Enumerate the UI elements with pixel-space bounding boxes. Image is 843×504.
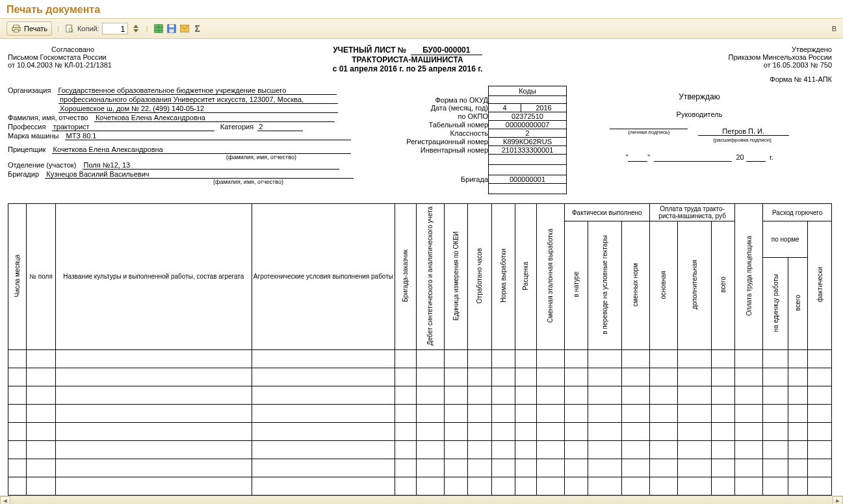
table-cell[interactable]	[536, 477, 564, 495]
table-cell[interactable]	[26, 404, 55, 422]
table-cell[interactable]	[649, 422, 677, 440]
table-cell[interactable]	[444, 440, 468, 459]
table-cell[interactable]	[678, 404, 712, 422]
table-cell[interactable]	[711, 422, 735, 440]
table-cell[interactable]	[26, 349, 55, 368]
table-cell[interactable]	[763, 349, 788, 368]
table-cell[interactable]	[564, 422, 588, 440]
table-cell[interactable]	[26, 386, 55, 404]
table-cell[interactable]	[678, 459, 712, 477]
table-cell[interactable]	[621, 368, 649, 386]
table-cell[interactable]	[763, 368, 788, 386]
table-cell[interactable]	[649, 477, 677, 495]
scroll-left-icon[interactable]: ◄	[0, 496, 10, 504]
table-cell[interactable]	[515, 422, 536, 440]
table-cell[interactable]	[788, 368, 808, 386]
table-cell[interactable]	[735, 459, 763, 477]
table-cell[interactable]	[808, 404, 832, 422]
table-cell[interactable]	[788, 477, 808, 495]
table-cell[interactable]	[808, 477, 832, 495]
table-cell[interactable]	[621, 386, 649, 404]
print-button[interactable]: Печать	[6, 21, 52, 36]
table-cell[interactable]	[564, 440, 588, 459]
table-cell[interactable]	[8, 459, 27, 477]
table-cell[interactable]	[588, 368, 622, 386]
table-cell[interactable]	[56, 386, 252, 404]
spinner-icon[interactable]	[131, 23, 141, 34]
table-cell[interactable]	[491, 349, 515, 368]
table-cell[interactable]	[711, 477, 735, 495]
sigma-icon[interactable]: Σ	[192, 23, 203, 34]
table-cell[interactable]	[711, 349, 735, 368]
table-cell[interactable]	[468, 459, 492, 477]
table-cell[interactable]	[735, 440, 763, 459]
table-cell[interactable]	[711, 386, 735, 404]
table-cell[interactable]	[536, 349, 564, 368]
table-cell[interactable]	[735, 386, 763, 404]
preview-icon[interactable]	[64, 23, 75, 34]
table-cell[interactable]	[252, 349, 395, 368]
table-cell[interactable]	[808, 422, 832, 440]
table-cell[interactable]	[564, 368, 588, 386]
table-cell[interactable]	[252, 422, 395, 440]
table-cell[interactable]	[649, 386, 677, 404]
table-cell[interactable]	[416, 477, 444, 495]
table-cell[interactable]	[763, 477, 788, 495]
table-cell[interactable]	[8, 422, 27, 440]
table-cell[interactable]	[416, 459, 444, 477]
table-cell[interactable]	[491, 368, 515, 386]
table-cell[interactable]	[649, 349, 677, 368]
table-cell[interactable]	[8, 440, 27, 459]
table-cell[interactable]	[56, 368, 252, 386]
table-cell[interactable]	[468, 368, 492, 386]
table-cell[interactable]	[416, 368, 444, 386]
table-cell[interactable]	[252, 440, 395, 459]
table-cell[interactable]	[395, 386, 416, 404]
table-cell[interactable]	[444, 386, 468, 404]
table-cell[interactable]	[808, 386, 832, 404]
table-cell[interactable]	[788, 422, 808, 440]
table-cell[interactable]	[444, 459, 468, 477]
table-cell[interactable]	[621, 349, 649, 368]
table-cell[interactable]	[491, 459, 515, 477]
table-cell[interactable]	[395, 440, 416, 459]
table-cell[interactable]	[763, 404, 788, 422]
table-cell[interactable]	[444, 349, 468, 368]
table-cell[interactable]	[56, 440, 252, 459]
table-cell[interactable]	[26, 477, 55, 495]
table-cell[interactable]	[763, 422, 788, 440]
table-cell[interactable]	[588, 422, 622, 440]
table-cell[interactable]	[395, 459, 416, 477]
table-cell[interactable]	[468, 349, 492, 368]
table-cell[interactable]	[8, 404, 27, 422]
table-cell[interactable]	[416, 349, 444, 368]
table-cell[interactable]	[8, 349, 27, 368]
table-cell[interactable]	[26, 422, 55, 440]
table-cell[interactable]	[416, 440, 444, 459]
table-cell[interactable]	[763, 440, 788, 459]
table-cell[interactable]	[515, 368, 536, 386]
table-cell[interactable]	[395, 349, 416, 368]
table-cell[interactable]	[26, 459, 55, 477]
table-cell[interactable]	[252, 459, 395, 477]
table-cell[interactable]	[395, 404, 416, 422]
table-cell[interactable]	[395, 477, 416, 495]
table-cell[interactable]	[564, 404, 588, 422]
table-cell[interactable]	[735, 404, 763, 422]
table-cell[interactable]	[536, 404, 564, 422]
table-cell[interactable]	[536, 422, 564, 440]
table-cell[interactable]	[678, 477, 712, 495]
table-cell[interactable]	[515, 459, 536, 477]
table-cell[interactable]	[515, 440, 536, 459]
table-cell[interactable]	[649, 459, 677, 477]
table-cell[interactable]	[788, 386, 808, 404]
table-cell[interactable]	[56, 459, 252, 477]
table-cell[interactable]	[588, 477, 622, 495]
table-cell[interactable]	[515, 477, 536, 495]
table-cell[interactable]	[808, 349, 832, 368]
mail-icon[interactable]	[179, 23, 190, 34]
table-cell[interactable]	[735, 422, 763, 440]
table-cell[interactable]	[395, 368, 416, 386]
table-cell[interactable]	[735, 368, 763, 386]
table-cell[interactable]	[444, 477, 468, 495]
